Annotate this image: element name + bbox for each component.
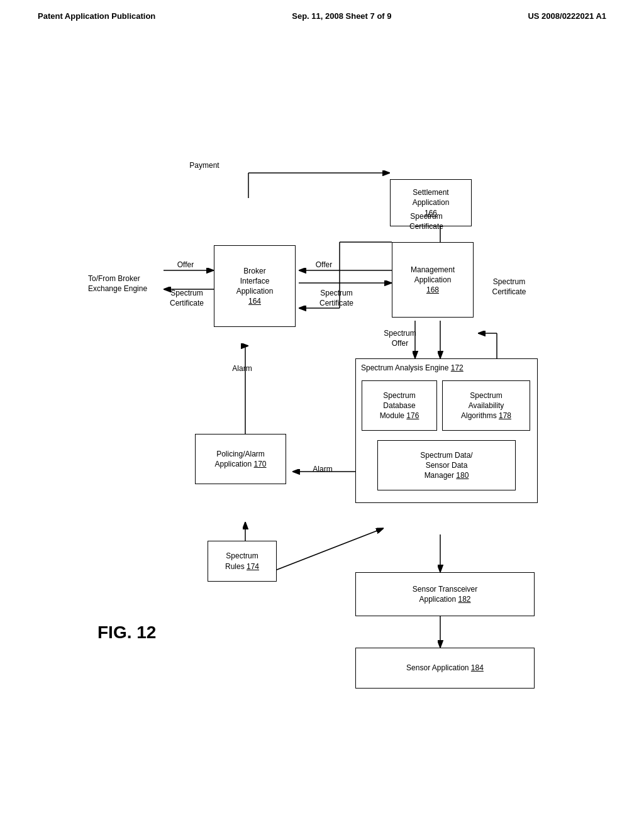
broker-interface-box: BrokerInterfaceApplication164 (214, 245, 296, 327)
spectrum-cert-settlement-label: SpectrumCertificate (398, 211, 455, 231)
header-center: Sep. 11, 2008 Sheet 7 of 9 (292, 11, 391, 21)
fig-caption: FIG. 12 (97, 622, 156, 643)
spectrum-offer-label: SpectrumOffer (375, 328, 425, 348)
sensor-transceiver-box: Sensor TransceiverApplication 182 (355, 572, 535, 616)
offer-right-label: Offer (308, 260, 340, 270)
spectrum-availability-box: SpectrumAvailabilityAlgorithms 178 (442, 380, 530, 431)
spectrum-rules-box: SpectrumRules 174 (208, 541, 277, 582)
diagram-area: SettlementApplication166 ManagementAppli… (0, 57, 644, 830)
spectrum-cert-broker-label: SpectrumCertificate (308, 288, 365, 308)
header-left: Patent Application Publication (38, 11, 155, 21)
page-header: Patent Application Publication Sep. 11, … (0, 0, 644, 21)
svg-line-20 (270, 528, 384, 572)
management-application-box: ManagementApplication168 (392, 242, 474, 318)
arrows-svg (0, 57, 644, 830)
offer-left-label: Offer (170, 260, 201, 270)
alarm-right-label: Alarm (307, 464, 338, 474)
policing-alarm-box: Policing/AlarmApplication 170 (195, 434, 286, 484)
spectrum-database-box: SpectrumDatabaseModule 176 (362, 380, 437, 431)
header-right: US 2008/0222021 A1 (528, 11, 606, 21)
sensor-application-box: Sensor Application 184 (355, 648, 535, 689)
spectrum-cert-left-label: SpectrumCertificate (158, 288, 215, 308)
spectrum-data-manager-box: Spectrum Data/Sensor DataManager 180 (377, 440, 516, 490)
spectrum-cert-mgmt-label: SpectrumCertificate (479, 277, 539, 297)
alarm-left-label: Alarm (226, 363, 258, 374)
payment-label: Payment (176, 160, 233, 170)
